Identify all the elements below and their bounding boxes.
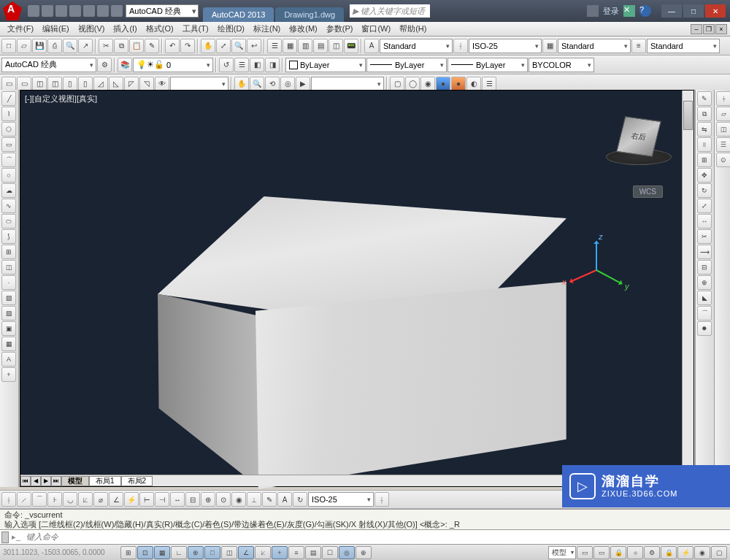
vs-hidden-icon[interactable]: ◉ <box>420 77 435 91</box>
vs-mgr-icon[interactable]: ☰ <box>482 77 496 91</box>
tpy-btn[interactable]: ▤ <box>305 546 321 559</box>
ssm-icon[interactable]: ▤ <box>313 39 328 53</box>
grid-btn[interactable]: ▦ <box>154 546 170 559</box>
plotstyle-dropdown[interactable]: BYCOLOR <box>529 58 594 72</box>
copy-icon[interactable]: ⧉ <box>114 39 128 53</box>
addsel-icon[interactable]: + <box>1 367 16 382</box>
vp-bottom-icon[interactable]: ▭ <box>17 77 31 91</box>
tablestyle-dropdown[interactable]: Standard <box>558 39 631 53</box>
hardware-icon[interactable]: ⚡ <box>677 546 694 559</box>
menu-window[interactable]: 窗口(W) <box>357 23 395 34</box>
dim-arc-icon[interactable]: ⌒ <box>32 492 47 507</box>
dist-icon[interactable]: ⟊ <box>716 91 730 106</box>
dim-diam-icon[interactable]: ⌀ <box>93 492 108 507</box>
toolbar-lock-icon[interactable]: 🔒 <box>661 546 677 559</box>
properties-icon[interactable]: ☰ <box>267 39 282 53</box>
zoom2-icon[interactable]: 🔍 <box>250 77 264 91</box>
vs-realistic-icon[interactable]: ● <box>436 77 450 91</box>
layer-dropdown[interactable]: 💡☀🔓 0 <box>133 58 213 72</box>
massprop-icon[interactable]: ◫ <box>716 122 730 137</box>
textstyle-icon[interactable]: A <box>364 39 379 53</box>
new-icon[interactable]: □ <box>1 39 16 53</box>
paste-icon[interactable]: 📋 <box>129 39 144 53</box>
lwt-btn[interactable]: ≡ <box>288 546 304 559</box>
dimstyle-dropdown[interactable]: ISO-25 <box>469 39 542 53</box>
rectangle-icon[interactable]: ▭ <box>1 137 16 152</box>
tab-layout2[interactable]: 布局2 <box>121 476 153 486</box>
vs-shaded-icon[interactable]: ◐ <box>466 77 481 91</box>
textstyle-dropdown[interactable]: Standard <box>380 39 453 53</box>
publish-icon[interactable]: ↗ <box>78 39 93 53</box>
redo-icon[interactable]: ↷ <box>180 39 195 53</box>
osnap-btn[interactable]: □ <box>204 546 220 559</box>
dim-jog-icon[interactable]: ⟀ <box>78 492 93 507</box>
vp-back-icon[interactable]: ▯ <box>78 77 93 91</box>
id-icon[interactable]: ⊙ <box>716 153 730 167</box>
ws-switch-icon[interactable]: ⚙ <box>644 546 660 559</box>
steering-icon[interactable]: ◎ <box>280 77 295 91</box>
offset-icon[interactable]: ⫴ <box>697 137 712 152</box>
dim-radius-icon[interactable]: ◡ <box>63 492 77 507</box>
qat-redo-icon[interactable] <box>111 5 123 17</box>
tablestyle-icon[interactable]: ▦ <box>542 39 557 53</box>
tab-first-icon[interactable]: ⏮ <box>20 476 31 486</box>
dim-aligned-icon[interactable]: ⟋ <box>17 492 31 507</box>
cut-icon[interactable]: ✂ <box>99 39 113 53</box>
doc-close-button[interactable]: × <box>715 24 727 34</box>
erase-icon[interactable]: ✎ <box>697 91 712 106</box>
explode-icon[interactable]: ✸ <box>697 321 712 336</box>
plot-icon[interactable]: ⎙ <box>47 39 62 53</box>
dim-linear-icon[interactable]: ⟊ <box>1 492 16 507</box>
qcalc-icon[interactable]: 📟 <box>344 39 358 53</box>
menu-help[interactable]: 帮助(H) <box>395 23 431 34</box>
zoom-rt-icon[interactable]: ⤢ <box>216 39 231 53</box>
minimize-button[interactable]: — <box>661 4 682 18</box>
app-menu-icon[interactable] <box>3 1 22 20</box>
model-viewport[interactable]: [-][自定义视图][真实] 右后 WCS z x y ⏮ <box>20 90 694 487</box>
vp-se-icon[interactable]: ◺ <box>109 77 123 91</box>
menu-parametric[interactable]: 参数(P) <box>322 23 358 34</box>
vp-front-icon[interactable]: ▯ <box>63 77 77 91</box>
joglinear-icon[interactable]: ⟂ <box>247 492 261 507</box>
menu-tools[interactable]: 工具(T) <box>178 23 213 34</box>
scale-icon[interactable]: ⤢ <box>697 199 712 213</box>
3dosnap-btn[interactable]: ◫ <box>221 546 237 559</box>
qp-btn[interactable]: ☐ <box>322 546 338 559</box>
ducs-btn[interactable]: ⟀ <box>255 546 271 559</box>
inspect-icon[interactable]: ◉ <box>231 492 246 507</box>
polygon-icon[interactable]: ⬡ <box>1 122 16 137</box>
linetype-dropdown[interactable]: ByLayer <box>366 58 447 72</box>
arc-icon[interactable]: ⌒ <box>1 153 16 167</box>
infer-btn[interactable]: ⊞ <box>120 546 137 559</box>
nav-dropdown[interactable] <box>311 77 384 91</box>
vs-2dwire-icon[interactable]: ▢ <box>390 77 404 91</box>
vertical-scrollbar[interactable] <box>682 91 694 475</box>
dim-baseline-icon[interactable]: ⊢ <box>139 492 154 507</box>
qv-layouts-icon[interactable]: ▭ <box>577 546 593 559</box>
qat-saveas-icon[interactable] <box>69 5 81 17</box>
layer-state-icon[interactable]: ☰ <box>234 58 249 72</box>
command-input[interactable] <box>23 532 729 542</box>
zoom-icon[interactable]: 🔍 <box>231 39 246 53</box>
sc-btn[interactable]: ◎ <box>339 546 355 559</box>
hatch-icon[interactable]: ▨ <box>1 291 16 305</box>
region-icon[interactable]: ▣ <box>1 321 16 336</box>
dim-break-icon[interactable]: ⊟ <box>185 492 200 507</box>
layer-iso-icon[interactable]: ◧ <box>250 58 264 72</box>
vp-nw-icon[interactable]: ◹ <box>139 77 154 91</box>
otrack-btn[interactable]: ∠ <box>238 546 254 559</box>
dim-angular-icon[interactable]: ∠ <box>109 492 123 507</box>
qat-plot-icon[interactable] <box>83 5 95 17</box>
ann-scale-icon[interactable]: 🔒 <box>610 546 626 559</box>
tab-prev-icon[interactable]: ◀ <box>31 476 41 486</box>
menu-format[interactable]: 格式(O) <box>142 23 178 34</box>
stretch-icon[interactable]: ↔ <box>697 214 712 229</box>
dimstyle-btn-icon[interactable]: ⟊ <box>374 492 389 507</box>
workspace-dropdown[interactable]: AutoCAD 经典 <box>126 4 199 18</box>
ellipse-icon[interactable]: ⬭ <box>1 214 16 229</box>
dim-style-dropdown[interactable]: ISO-25 <box>308 492 374 507</box>
save-icon[interactable]: 💾 <box>32 39 47 53</box>
snap-btn[interactable]: ⊡ <box>137 546 153 559</box>
mtext-icon[interactable]: A <box>1 352 16 367</box>
orbit-icon[interactable]: ⟲ <box>265 77 280 91</box>
